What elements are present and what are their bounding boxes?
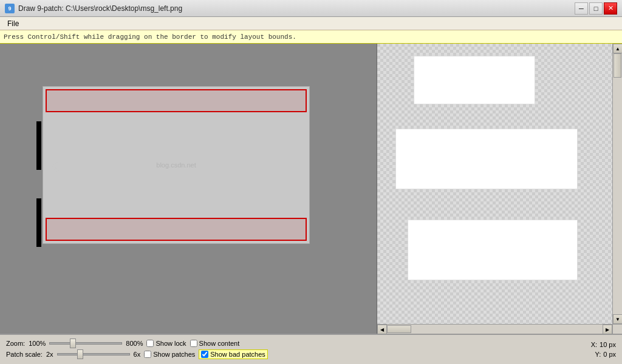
zoom-slider[interactable] — [49, 342, 122, 345]
zoom-min-label: 100% — [29, 340, 46, 347]
ninepatch-container: ‹ blog.csdn.net — [36, 80, 316, 250]
menubar: File — [0, 17, 622, 30]
scroll-up-button[interactable]: ▲ — [613, 44, 622, 53]
scroll-left-button[interactable]: ◀ — [377, 325, 387, 334]
editor-panel[interactable]: ‹ blog.csdn.net — [0, 44, 377, 334]
y-value: 0 px — [603, 351, 616, 358]
coordinates-display: X: 10 px Y: 0 px — [591, 341, 616, 358]
close-button[interactable]: ✕ — [604, 2, 617, 15]
preview-panel: ▲ ▼ ◀ ▶ — [377, 44, 622, 334]
status-controls: Zoom: 100% 800% Show lock Show content P… — [6, 340, 268, 359]
scroll-right-button[interactable]: ▶ — [603, 325, 612, 334]
file-menu[interactable]: File — [2, 18, 24, 29]
scroll-thumb-v[interactable] — [613, 53, 621, 78]
patch-scale-slider-container — [57, 353, 130, 356]
zoom-control-row: Zoom: 100% 800% Show lock Show content — [6, 340, 268, 347]
titlebar: 9 Draw 9-patch: C:\Users\rock\Desktop\ms… — [0, 0, 622, 17]
show-content-checkbox-label[interactable]: Show content — [190, 340, 240, 347]
preview-box-medium — [395, 129, 578, 189]
preview-box-small — [414, 56, 535, 104]
show-content-checkbox[interactable] — [190, 340, 197, 347]
main-content: ‹ blog.csdn.net ▲ ▼ ◀ ▶ — [0, 44, 622, 334]
x-coordinate: X: 10 px — [591, 341, 616, 348]
app-icon: 9 — [5, 4, 15, 13]
window-controls: ─ □ ✕ — [575, 2, 617, 15]
show-bad-patches-checkbox[interactable] — [201, 351, 208, 358]
preview-scrollbar-horizontal[interactable]: ◀ ▶ — [377, 324, 612, 334]
y-coordinate: Y: 0 px — [595, 351, 616, 358]
top-patch-region — [46, 89, 307, 112]
scroll-down-button[interactable]: ▼ — [613, 314, 622, 324]
zoom-slider-container — [49, 342, 122, 345]
watermark-text: blog.csdn.net — [156, 161, 196, 169]
left-arrow-decoration: ‹ — [52, 152, 60, 179]
minimize-button[interactable]: ─ — [575, 2, 588, 15]
show-patches-checkbox[interactable] — [144, 351, 151, 358]
show-lock-checkbox-label[interactable]: Show lock — [146, 340, 186, 347]
zoom-label: Zoom: — [6, 340, 25, 347]
infobar: Press Control/Shift while dragging on th… — [0, 30, 622, 44]
preview-area — [377, 44, 612, 324]
show-bad-patches-checkbox-label[interactable]: Show bad patches — [199, 349, 268, 359]
preview-scrollbar-vertical[interactable]: ▲ ▼ — [612, 44, 622, 324]
x-value: 10 px — [600, 341, 616, 348]
patch-scale-label: Patch scale: — [6, 351, 43, 358]
scroll-thumb-h[interactable] — [387, 325, 411, 333]
zoom-max-label: 800% — [126, 340, 143, 347]
ninepatch-image[interactable]: ‹ blog.csdn.net — [43, 86, 310, 244]
scrollbar-corner — [612, 324, 622, 334]
patch-scale-slider[interactable] — [57, 353, 130, 356]
info-message: Press Control/Shift while dragging on th… — [4, 33, 296, 41]
window-title: Draw 9-patch: C:\Users\rock\Desktop\msg_… — [18, 4, 575, 13]
left-patch-bar-top — [36, 121, 41, 170]
left-patch-bar-bottom — [36, 198, 41, 247]
bottom-patch-region — [46, 218, 307, 241]
patch-scale-max-label: 6x — [134, 351, 141, 358]
preview-box-large — [408, 220, 578, 280]
statusbar: Zoom: 100% 800% Show lock Show content P… — [0, 334, 622, 364]
restore-button[interactable]: □ — [589, 2, 603, 15]
patch-scale-row: Patch scale: 2x 6x Show patches Show bad… — [6, 349, 268, 359]
x-label: X: — [591, 341, 597, 348]
show-lock-checkbox[interactable] — [146, 340, 154, 347]
y-label: Y: — [595, 351, 601, 358]
show-patches-checkbox-label[interactable]: Show patches — [144, 351, 195, 358]
patch-scale-min-label: 2x — [46, 351, 53, 358]
